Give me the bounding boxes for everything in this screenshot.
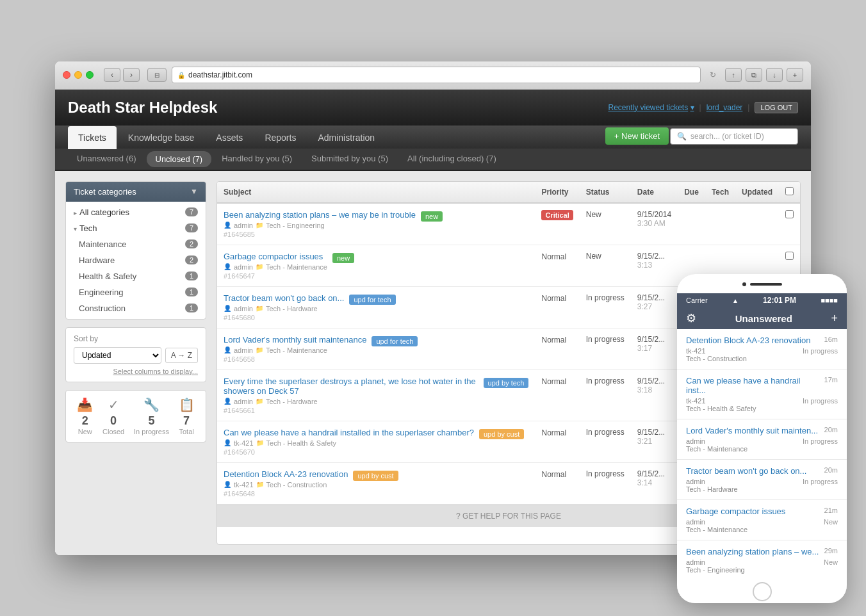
category-health-count: 1 [185,272,198,280]
category: Tech - Construction [266,481,327,489]
lock-icon: 🔒 [177,72,185,79]
tab-assets[interactable]: Assets [206,126,253,149]
maximize-button[interactable] [86,71,94,79]
browser-toolbar-right: ↑ ⧉ ↓ + [725,68,803,82]
user-icon: 👤 [224,346,231,353]
logout-button[interactable]: LOG OUT [755,102,798,113]
ticket-tag-badge: upd for tech [372,336,418,346]
ticket-title-link[interactable]: Tractor beam won't go back on... [224,293,344,303]
username-link[interactable]: lord_vader [707,103,743,112]
search-box[interactable]: 🔍 search... (or ticket ID) [670,128,798,145]
subnav-unclosed[interactable]: Unclosed (7) [147,151,212,167]
category-engineering[interactable]: Engineering 1 [66,284,206,300]
select-columns-link[interactable]: Select columns to display... [74,368,198,375]
plus-button[interactable]: + [787,68,803,82]
tab-reports[interactable]: Reports [254,126,306,149]
ticket-tag-badge: upd by tech [484,378,529,388]
reload-button[interactable]: ↻ [710,70,716,79]
header-separator-2: | [748,103,749,112]
ticket-subject-cell: Tractor beam won't go back on... 👤 admin… [217,286,535,328]
col-tech: Tech [705,182,735,203]
phone-nav-title: Unanswered [735,313,792,324]
ticket-tech-cell [705,203,735,245]
phone-item-title: Been analyzing station plans – we... [686,547,821,556]
browser-nav-buttons: ‹ › [104,68,140,82]
ticket-status-cell: In progress [580,462,631,504]
phone-list-item[interactable]: Can we please have a handrail inst... 17… [677,369,847,419]
phone-list-item[interactable]: Lord Vader's monthly suit mainten... 20m… [677,419,847,460]
phone-settings-icon[interactable]: ⚙ [686,311,696,325]
ticket-title-link[interactable]: Detention Block AA-23 renovation [224,469,348,479]
phone-list-item[interactable]: Been analyzing station plans – we... 29m… [677,540,847,580]
phone-frame: Carrier ▲ 12:01 PM ■■■■ ⚙ Unanswered + D… [677,274,847,603]
col-updated: Updated [735,182,779,203]
sort-select[interactable]: Updated Date Priority [74,347,161,364]
stat-in-progress: 🔧 5 In progress [134,397,169,435]
ticket-tag-badge: upd for tech [349,295,395,305]
ticket-tag-badge: upd by cust [479,429,524,439]
phone-list-item[interactable]: Tractor beam won't go back on... 20m adm… [677,460,847,500]
priority-label: Critical [541,210,573,220]
tab-administration[interactable]: Administration [307,126,385,149]
tab-tickets[interactable]: Tickets [68,126,117,149]
new-ticket-button[interactable]: + New ticket [605,127,669,145]
col-checkbox [779,182,800,203]
traffic-lights [63,71,94,79]
ticket-title-link[interactable]: Can we please have a handrail installed … [224,428,474,437]
subnav-unanswered[interactable]: Unanswered (6) [68,149,145,170]
battery-indicator: ■■■■ [821,296,838,304]
sidebar-toggle-button[interactable]: ⊟ [147,68,167,82]
phone-home-button[interactable] [753,582,772,601]
category-tech[interactable]: ▾Tech 7 [66,220,206,236]
ticket-title-link[interactable]: Garbage compactor issues [224,252,327,261]
minimize-button[interactable] [74,71,82,79]
ticket-checkbox[interactable] [785,210,794,218]
sort-direction-button[interactable]: A → Z [165,348,198,363]
phone-item-status: In progress [803,437,838,453]
app-header: Death Star Helpdesk Recently viewed tick… [55,90,811,126]
select-all-checkbox[interactable] [785,187,794,195]
stats-row: 📥 2 New ✓ 0 Closed 🔧 5 In progress [65,390,206,442]
category-maintenance[interactable]: Maintenance 2 [66,236,206,252]
close-button[interactable] [63,71,70,79]
phone-item-status: In progress [803,347,838,362]
ticket-title-link[interactable]: Lord Vader's monthly suit maintenance [224,335,366,344]
subnav-submitted[interactable]: Submitted by you (5) [302,149,397,170]
forward-button[interactable]: › [123,68,140,82]
filter-icon[interactable]: ▼ [190,187,198,196]
col-status: Status [580,182,631,203]
categories-section: Ticket categories ▼ ▸All categories 7 ▾T… [65,181,206,320]
phone-bottom-bar [677,580,847,603]
back-button[interactable]: ‹ [104,68,120,82]
subnav-all[interactable]: All (including closed) (7) [398,149,505,170]
stat-closed: ✓ 0 Closed [102,397,124,435]
ticket-status-cell: New [580,245,631,286]
ticket-meta: 👤 tk-421 📁 Tech - Construction [224,481,348,489]
tab-knowledge-base[interactable]: Knowledge base [118,126,205,149]
new-tab-button[interactable]: ⧉ [746,68,762,82]
recently-viewed-tickets[interactable]: Recently viewed tickets ▾ [608,103,694,112]
stat-closed-label: Closed [102,428,124,435]
main-nav: Tickets Knowledge base Assets Reports Ad… [55,126,811,149]
category: Tech - Maintenance [266,346,327,354]
category-health-safety[interactable]: Health & Safety 1 [66,268,206,284]
stat-new-icon: 📥 [77,397,93,412]
phone-list-item[interactable]: Garbage compactor issues 21m adminTech -… [677,500,847,540]
subnav-handled[interactable]: Handled by you (5) [213,149,301,170]
ticket-checkbox[interactable] [785,252,794,260]
phone-add-icon[interactable]: + [831,312,838,325]
phone-top-bar [677,274,847,293]
phone-item-header: Been analyzing station plans – we... 29m [686,547,838,556]
share-button[interactable]: ↑ [725,68,742,82]
category-all-categories[interactable]: ▸All categories 7 [66,204,206,220]
submitter: tk-421 [234,439,254,447]
phone-list-item[interactable]: Detention Block AA-23 renovation 16m tk-… [677,329,847,369]
ticket-title-link[interactable]: Every time the superlaser destroys a pla… [224,377,478,396]
phone-item-meta: adminTech - Maintenance New [686,518,838,533]
download-button[interactable]: ↓ [766,68,783,82]
phone-item-ticket-category: tk-421Tech - Health & Safety [686,397,756,412]
address-bar[interactable]: 🔒 deathstar.jitbit.com [172,67,701,83]
category-construction[interactable]: Construction 1 [66,300,206,316]
category-hardware[interactable]: Hardware 2 [66,252,206,268]
ticket-title-link[interactable]: Been analyzing station plans – we may be… [224,210,416,220]
